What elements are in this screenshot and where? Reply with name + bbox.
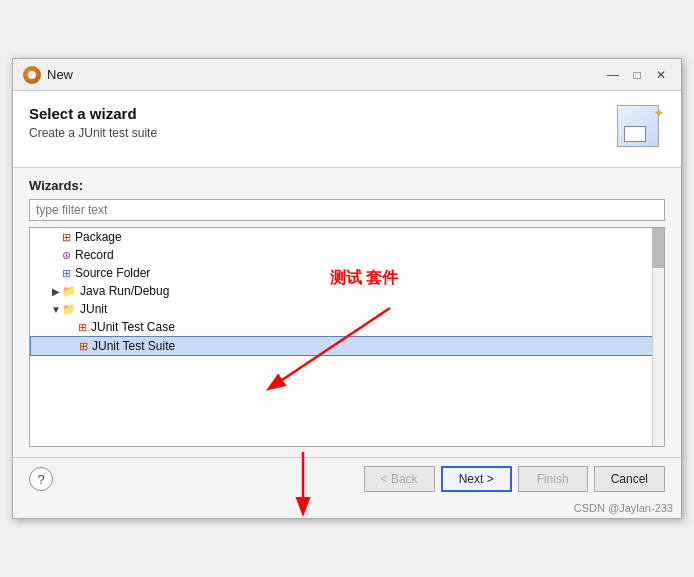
minimize-button[interactable]: — [603, 65, 623, 85]
package-icon: ⊞ [62, 231, 71, 244]
wizard-tree[interactable]: ⊞ Package ⊛ Record ⊞ Source Folder ▶ [29, 227, 665, 447]
eclipse-logo-icon [23, 66, 41, 84]
tree-item-label: JUnit Test Case [91, 320, 175, 334]
cancel-button[interactable]: Cancel [594, 466, 665, 492]
sparkle-icon: ✦ [653, 105, 665, 121]
header-text: Select a wizard Create a JUnit test suit… [29, 105, 157, 140]
header-title: Select a wizard [29, 105, 157, 122]
tree-item-label: JUnit [80, 302, 107, 316]
scrollbar-thumb[interactable] [652, 228, 664, 268]
new-wizard-dialog: New — □ ✕ Select a wizard Create a JUnit… [12, 58, 682, 519]
content-section: Wizards: ⊞ Package ⊛ Record ⊞ S [13, 168, 681, 457]
tree-item-label: Record [75, 248, 114, 262]
folder-icon: 📁 [62, 303, 76, 316]
filter-input[interactable] [29, 199, 665, 221]
tree-item-junit-test-case[interactable]: ⊞ JUnit Test Case [30, 318, 664, 336]
tree-item-package[interactable]: ⊞ Package [30, 228, 664, 246]
tree-item-label: Java Run/Debug [80, 284, 169, 298]
back-button[interactable]: < Back [364, 466, 435, 492]
wizards-label: Wizards: [29, 178, 665, 193]
tree-item-junit[interactable]: ▼ 📁 JUnit [30, 300, 664, 318]
title-bar: New — □ ✕ [13, 59, 681, 91]
wizard-header-icon: ✦ [617, 105, 665, 153]
finish-button[interactable]: Finish [518, 466, 588, 492]
maximize-button[interactable]: □ [627, 65, 647, 85]
junit-test-suite-icon: ⊞ [79, 340, 88, 353]
tree-item-label: JUnit Test Suite [92, 339, 175, 353]
record-icon: ⊛ [62, 249, 71, 262]
close-button[interactable]: ✕ [651, 65, 671, 85]
footer-section: ? < Back Next > Finish Cancel [13, 457, 681, 500]
tree-item-record[interactable]: ⊛ Record [30, 246, 664, 264]
tree-item-source-folder[interactable]: ⊞ Source Folder [30, 264, 664, 282]
header-section: Select a wizard Create a JUnit test suit… [13, 91, 681, 168]
expand-icon: ▶ [50, 286, 62, 297]
dialog-title: New [47, 67, 73, 82]
folder-icon: 📁 [62, 285, 76, 298]
tree-item-junit-test-suite[interactable]: ⊞ JUnit Test Suite [30, 336, 664, 356]
footer-left: ? [29, 467, 53, 491]
expand-icon: ▼ [50, 304, 62, 315]
help-button[interactable]: ? [29, 467, 53, 491]
watermark: CSDN @Jaylan-233 [13, 500, 681, 518]
tree-item-java-run-debug[interactable]: ▶ 📁 Java Run/Debug [30, 282, 664, 300]
title-controls: — □ ✕ [603, 65, 671, 85]
tree-item-label: Package [75, 230, 122, 244]
header-subtitle: Create a JUnit test suite [29, 126, 157, 140]
scrollbar-track[interactable] [652, 228, 664, 446]
tree-item-label: Source Folder [75, 266, 150, 280]
next-button[interactable]: Next > [441, 466, 512, 492]
source-folder-icon: ⊞ [62, 267, 71, 280]
footer-buttons: < Back Next > Finish Cancel [364, 466, 665, 492]
junit-test-case-icon: ⊞ [78, 321, 87, 334]
title-bar-left: New [23, 66, 73, 84]
